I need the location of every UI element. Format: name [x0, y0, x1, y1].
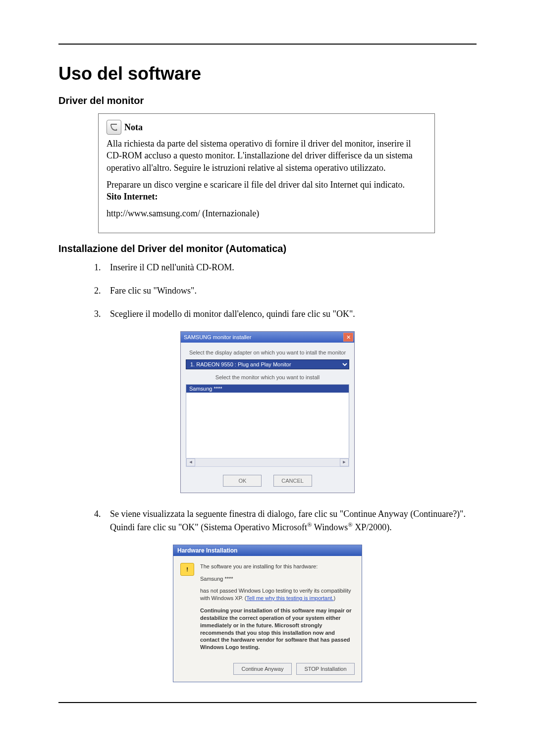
note-paragraph-2: Preparare un disco vergine e scaricare i…	[107, 179, 427, 203]
bottom-rule	[58, 702, 477, 703]
note-label: Nota	[124, 121, 143, 133]
list-item[interactable]: Samsung ****	[186, 385, 349, 393]
adapter-caption: Select the display adapter on which you …	[186, 350, 349, 355]
warning-icon: !	[180, 563, 195, 656]
step-2: Fare clic su "Windows".	[103, 285, 477, 297]
install-steps: Inserire il CD nell'unità CD-ROM. Fare c…	[103, 261, 477, 321]
step-1: Inserire il CD nell'unità CD-ROM.	[103, 261, 477, 274]
hwi-compat: has not passed Windows Logo testing to v…	[200, 587, 355, 602]
note-box: Nota Alla richiesta da parte del sistema…	[98, 113, 435, 233]
note-paragraph-1: Alla richiesta da parte del sistema oper…	[107, 138, 427, 174]
installer-window: SAMSUNG monitor installer ✕ Select the d…	[180, 331, 355, 493]
site-url: http://www.samsung.com/ (Internazionale)	[107, 207, 427, 219]
why-testing-link[interactable]: Tell me why this testing is important.	[246, 595, 333, 601]
scroll-left-icon[interactable]: ◄	[186, 458, 195, 466]
hwi-title: Hardware Installation	[177, 547, 237, 554]
installer-titlebar: SAMSUNG monitor installer ✕	[181, 332, 354, 343]
hwi-device: Samsung ****	[200, 575, 355, 583]
stop-installation-button[interactable]: STOP Installation	[296, 663, 355, 675]
step-3: Scegliere il modello di monitor dall'ele…	[103, 308, 477, 320]
continue-anyway-button[interactable]: Continue Anyway	[233, 663, 292, 675]
note-icon	[107, 120, 121, 135]
ok-button[interactable]: OK	[223, 475, 262, 487]
hwi-warning: Continuing your installation of this sof…	[200, 607, 355, 651]
installer-title: SAMSUNG monitor installer	[184, 334, 343, 340]
cancel-button[interactable]: CANCEL	[273, 475, 312, 487]
scroll-right-icon[interactable]: ►	[340, 458, 349, 466]
hwi-line1: The software you are installing for this…	[200, 563, 355, 570]
figure-hardware-installation: Hardware Installation ! The software you…	[58, 545, 477, 682]
adapter-select[interactable]: 1. RADEON 9550 : Plug and Play Monitor	[186, 359, 349, 369]
monitor-listbox[interactable]: Samsung ****	[186, 384, 349, 458]
section-driver-monitor: Driver del monitor	[58, 95, 477, 106]
close-icon[interactable]: ✕	[343, 333, 353, 342]
section-automatic-install: Installazione del Driver del monitor (Au…	[58, 243, 477, 254]
figure-installer: SAMSUNG monitor installer ✕ Select the d…	[58, 331, 477, 493]
step-4: Se viene visualizzata la seguente finest…	[103, 508, 477, 533]
monitor-caption: Select the monitor which you want to ins…	[186, 374, 349, 380]
site-internet-label: Sito Internet:	[107, 192, 158, 202]
page-title: Uso del software	[58, 63, 477, 84]
install-steps-cont: Se viene visualizzata la seguente finest…	[103, 508, 477, 533]
hardware-installation-dialog: Hardware Installation ! The software you…	[173, 545, 362, 682]
hwi-titlebar: Hardware Installation	[173, 545, 362, 556]
top-rule	[58, 44, 477, 45]
h-scrollbar[interactable]: ◄ ►	[186, 458, 349, 467]
